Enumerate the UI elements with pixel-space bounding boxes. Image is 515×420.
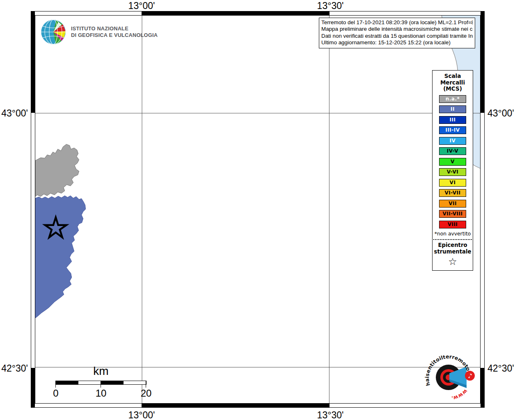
info-line-map: Mappa preliminare delle intensità macros… bbox=[321, 26, 473, 32]
legend-items: n.a.*IIIIIIII-IVIVIV-VVV-VIVIVI-VIIVIIVI… bbox=[433, 95, 473, 228]
ingv-globe-icon bbox=[40, 19, 66, 45]
scale-bar: km 0 10 20 bbox=[53, 365, 152, 402]
legend-item-iv-v: IV-V bbox=[439, 147, 466, 155]
legend-epicenter-line1: Epicentro bbox=[433, 242, 473, 249]
earthquake-info-box: Terremoto del 17-10-2021 08:20:39 (ora l… bbox=[319, 18, 475, 48]
map-inner-area bbox=[35, 15, 481, 404]
legend-title-line1: Scala bbox=[433, 73, 473, 80]
municipality-ii bbox=[35, 196, 86, 318]
axis-label-lon-top-1: 13°00' bbox=[128, 0, 155, 11]
legend-item-vii: VII bbox=[439, 200, 466, 208]
axis-label-lon-bottom-2: 13°30' bbox=[317, 410, 344, 420]
legend-item-iii: III bbox=[439, 116, 466, 124]
legend-item-ii: II bbox=[439, 105, 466, 113]
frame-border-left bbox=[31, 11, 35, 407]
scale-tick-10 bbox=[101, 381, 101, 388]
legend-epicenter-line2: strumentale bbox=[433, 249, 473, 255]
ingv-logo: ISTITUTO NAZIONALE DI GEOFISICA E VULCAN… bbox=[40, 19, 158, 45]
watermark-www-text: www. bbox=[451, 388, 469, 402]
graticule bbox=[35, 16, 480, 403]
legend-item-vii-viii: VII-VIII bbox=[439, 210, 466, 218]
axis-label-lat-right-1: 43°00' bbox=[488, 108, 514, 119]
mercalli-legend: Scala Mercalli (MCS) n.a.*IIIIIIII-IVIVI… bbox=[432, 70, 473, 271]
info-line-data: Dati non verificati estratti da 15 quest… bbox=[321, 33, 473, 39]
axis-label-lat-left-2: 42°30' bbox=[0, 363, 28, 374]
scale-bar-bar bbox=[55, 381, 146, 385]
ingv-name-line1: ISTITUTO NAZIONALE bbox=[71, 25, 158, 32]
legend-divider bbox=[433, 239, 472, 240]
legend-item-viii: VIII bbox=[439, 221, 466, 228]
legend-item-iv: IV bbox=[439, 137, 466, 145]
legend-item-iii-iv: III-IV bbox=[439, 126, 466, 134]
scale-label-10: 10 bbox=[96, 388, 107, 399]
info-line-event: Terremoto del 17-10-2021 08:20:39 (ora l… bbox=[321, 19, 473, 26]
legend-item-v: V bbox=[439, 158, 466, 166]
scale-label-0: 0 bbox=[53, 388, 58, 399]
legend-title-line3: (MCS) bbox=[433, 86, 473, 92]
seismic-intensity-map-page: { "axis": { "lon": ["13°00'", "13°30'"],… bbox=[0, 0, 515, 420]
frame-border-right bbox=[481, 11, 484, 407]
info-line-update: Ultimo aggiornamento: 15-12-2025 15:22 (… bbox=[321, 39, 473, 46]
frame-border-top bbox=[31, 11, 484, 15]
axis-label-lon-bottom-1: 13°00' bbox=[128, 410, 155, 420]
scale-tick-20 bbox=[146, 381, 146, 388]
scale-label-20: 20 bbox=[141, 388, 152, 399]
axis-label-lat-right-2: 42°30' bbox=[488, 363, 514, 374]
axis-label-lon-top-2: 13°30' bbox=[317, 0, 344, 11]
scale-bar-unit: km bbox=[53, 365, 149, 378]
legend-item-vi-vii: VI-VII bbox=[439, 189, 466, 197]
axis-label-lat-left-1: 43°00' bbox=[0, 108, 28, 119]
map-frame bbox=[31, 11, 485, 408]
haisentitoilterremoto-logo: ? haisentitoilterremoto.it www. bbox=[424, 350, 478, 404]
legend-item-vi: VI bbox=[439, 179, 466, 187]
scale-tick-0 bbox=[55, 381, 56, 388]
legend-title-line2: Mercalli bbox=[433, 80, 473, 86]
legend-item-na: n.a.* bbox=[439, 95, 466, 103]
legend-item-v-vi: V-VI bbox=[439, 168, 466, 176]
municipality-na bbox=[35, 144, 79, 196]
legend-epicenter-star-icon: ☆ bbox=[433, 256, 473, 267]
frame-border-bottom bbox=[31, 404, 484, 407]
legend-footnote: *non avvertito bbox=[433, 231, 473, 237]
ingv-name-line2: DI GEOFISICA E VULCANOLOGIA bbox=[71, 32, 158, 39]
map-canvas bbox=[35, 16, 480, 403]
